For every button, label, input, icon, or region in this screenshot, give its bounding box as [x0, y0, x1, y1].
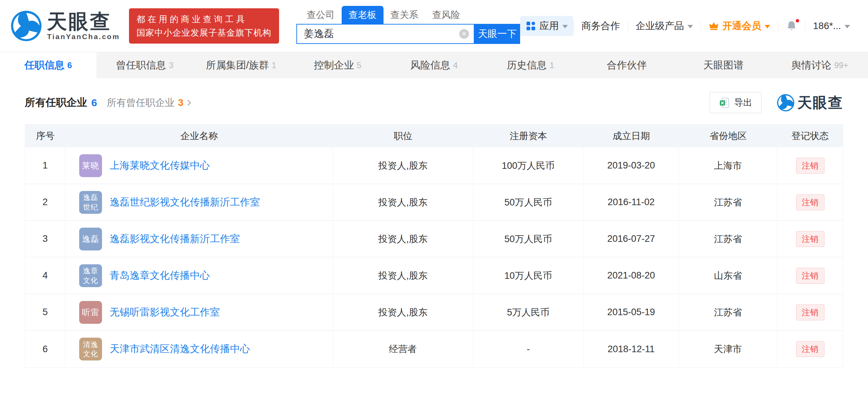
main-content: 所有任职企业 6 所有曾任职企业 3 导出 — [0, 92, 868, 368]
company-name-link[interactable]: 逸磊影视文化传播新沂工作室 — [110, 232, 240, 246]
cell-position: 投资人,股东 — [333, 294, 473, 330]
nav-vip-label: 开通会员 — [722, 19, 761, 33]
tab-天眼图谱[interactable]: 天眼图谱 — [675, 52, 772, 78]
cell-company: 逸磊世纪 逸磊世纪影视文化传播新沂工作室 — [65, 184, 333, 220]
nav-apps[interactable]: 应用 — [520, 16, 573, 36]
table-row: 3 逸磊 逸磊影视文化传播新沂工作室 投资人,股东 50万人民币 2016-07… — [25, 221, 843, 257]
cell-company: 清逸文化 天津市武清区清逸文化传播中心 — [65, 331, 333, 367]
tab-label: 所属集团/族群 — [206, 58, 269, 72]
status-badge: 注销 — [796, 268, 824, 284]
search-tab-查风险[interactable]: 查风险 — [425, 6, 467, 24]
former-positions-count: 3 — [178, 97, 184, 108]
tab-count: 4 — [453, 61, 458, 70]
company-avatar: 莱晓 — [79, 154, 102, 177]
nav-enterprise[interactable]: 企业级产品 — [628, 19, 701, 33]
section-title-count: 6 — [91, 97, 97, 109]
company-name-link[interactable]: 逸磊世纪影视文化传播新沂工作室 — [110, 195, 260, 209]
tab-控制企业[interactable]: 控制企业5 — [289, 52, 386, 78]
tab-历史信息[interactable]: 历史信息1 — [482, 52, 579, 78]
nav-enterprise-label: 企业级产品 — [636, 19, 684, 33]
tianyancha-swirl-icon — [777, 94, 795, 112]
company-avatar: 听雷 — [79, 301, 102, 324]
nav-account[interactable]: 186*... — [805, 20, 858, 31]
tab-合作伙伴[interactable]: 合作伙伴 — [579, 52, 675, 78]
cell-status: 注销 — [777, 331, 843, 367]
company-avatar: 逸章文化 — [79, 264, 102, 287]
cell-capital: 50万人民币 — [473, 221, 584, 257]
tab-label: 控制企业 — [314, 58, 354, 72]
section-header: 所有任职企业 6 所有曾任职企业 3 导出 — [25, 92, 843, 113]
cell-date: 2016-07-27 — [584, 221, 679, 257]
status-badge: 注销 — [796, 231, 824, 247]
company-name-link[interactable]: 上海莱晓文化传媒中心 — [110, 159, 210, 173]
nav-cooperation[interactable]: 商务合作 — [574, 19, 628, 33]
status-badge: 注销 — [796, 194, 824, 210]
cell-status: 注销 — [777, 147, 843, 184]
cell-index: 6 — [25, 331, 65, 367]
company-avatar: 清逸文化 — [79, 338, 102, 360]
section-title: 所有任职企业 — [25, 95, 87, 110]
cell-capital: 50万人民币 — [473, 184, 584, 220]
excel-icon — [719, 97, 730, 108]
clear-search-icon[interactable]: ✕ — [459, 29, 469, 39]
search-tab-查老板[interactable]: 查老板 — [342, 6, 384, 24]
cell-index: 3 — [25, 221, 65, 257]
column-header-省份地区: 省份地区 — [679, 125, 777, 147]
cell-province: 江苏省 — [679, 221, 777, 257]
cell-capital: - — [473, 331, 584, 367]
tab-曾任职信息[interactable]: 曾任职信息3 — [96, 52, 193, 78]
cell-company: 听雷 无锡听雷影视文化工作室 — [65, 294, 333, 330]
search-tab-查公司[interactable]: 查公司 — [300, 6, 342, 24]
tab-风险信息[interactable]: 风险信息4 — [386, 52, 482, 78]
tab-count: 1 — [550, 61, 554, 70]
company-name-link[interactable]: 青岛逸章文化传播中心 — [110, 269, 210, 283]
tab-label: 天眼图谱 — [703, 58, 744, 72]
tab-舆情讨论[interactable]: 舆情讨论99+ — [772, 52, 868, 78]
search-button[interactable]: 天眼一下 — [474, 24, 520, 44]
account-phone-label: 186*... — [813, 20, 841, 31]
tab-任职信息[interactable]: 任职信息6 — [0, 52, 96, 78]
tab-label: 合作伙伴 — [607, 58, 647, 72]
tab-所属集团/族群[interactable]: 所属集团/族群1 — [193, 52, 289, 78]
nav-notifications[interactable] — [778, 20, 805, 32]
tab-count: 1 — [272, 61, 276, 70]
tianyancha-logo[interactable]: 天眼查 TianYanCha.com — [10, 10, 120, 42]
logo-text: 天眼查 TianYanCha.com — [47, 11, 120, 41]
detail-tab-strip: 任职信息6曾任职信息3所属集团/族群1控制企业5风险信息4历史信息1合作伙伴天眼… — [0, 52, 868, 78]
search-input[interactable] — [304, 28, 459, 40]
column-header-成立日期: 成立日期 — [584, 125, 679, 147]
cell-status: 注销 — [777, 184, 843, 220]
cell-index: 4 — [25, 257, 65, 294]
cell-position: 投资人,股东 — [333, 147, 473, 184]
tab-label: 历史信息 — [507, 58, 547, 72]
section-actions: 导出 天眼查 — [710, 92, 843, 113]
tab-label: 风险信息 — [410, 58, 450, 72]
search-box: ✕ — [296, 24, 474, 44]
nav-vip[interactable]: 开通会员 — [701, 19, 778, 33]
cell-capital: 10万人民币 — [473, 257, 584, 294]
chevron-right-icon — [185, 100, 191, 106]
tab-count: 99+ — [834, 61, 848, 70]
cell-date: 2018-12-11 — [584, 331, 679, 367]
cell-province: 山东省 — [679, 257, 777, 294]
cell-date: 2019-03-20 — [584, 147, 679, 184]
search-tabs: 查公司查老板查关系查风险 — [296, 8, 520, 24]
company-name-link[interactable]: 天津市武清区清逸文化传播中心 — [110, 342, 250, 356]
cell-capital: 100万人民币 — [473, 147, 584, 184]
company-name-link[interactable]: 无锡听雷影视文化工作室 — [110, 305, 220, 319]
search-tab-查关系[interactable]: 查关系 — [384, 6, 425, 24]
tianyancha-swirl-icon — [10, 10, 42, 42]
cell-capital: 5万人民币 — [473, 294, 584, 330]
export-button[interactable]: 导出 — [710, 92, 761, 113]
cell-date: 2021-08-20 — [584, 257, 679, 294]
table-row: 5 听雷 无锡听雷影视文化工作室 投资人,股东 5万人民币 2015-05-19… — [25, 294, 843, 331]
former-positions-link[interactable]: 所有曾任职企业 3 — [107, 96, 191, 109]
promo-banner: 都在用的商业查询工具 国家中小企业发展子基金旗下机构 — [129, 8, 279, 44]
search-area: 查公司查老板查关系查风险 ✕ 天眼一下 — [296, 8, 520, 44]
cell-company: 逸磊 逸磊影视文化传播新沂工作室 — [65, 221, 333, 257]
status-badge: 注销 — [796, 158, 824, 174]
promo-line-1: 都在用的商业查询工具 — [137, 12, 271, 26]
cell-index: 1 — [25, 147, 65, 184]
table-row: 2 逸磊世纪 逸磊世纪影视文化传播新沂工作室 投资人,股东 50万人民币 201… — [25, 184, 843, 221]
cell-status: 注销 — [777, 294, 843, 330]
